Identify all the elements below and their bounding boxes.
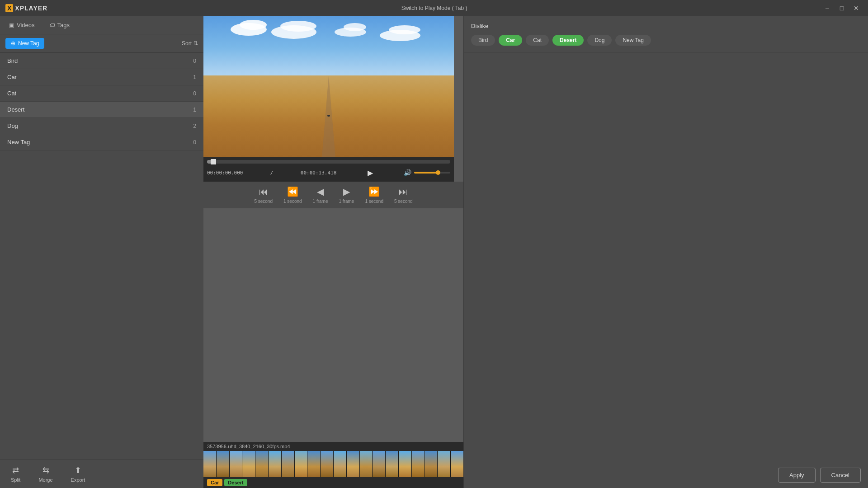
pill-dog[interactable]: Dog	[587, 35, 612, 46]
back-1f-button[interactable]: ◀ 1 frame	[313, 186, 328, 204]
tag-item-newtag[interactable]: New Tag 0	[0, 134, 203, 150]
seek-bar[interactable]	[207, 160, 450, 164]
tag-count-bird: 0	[193, 58, 196, 64]
app-logo: X XPLAYER	[5, 4, 47, 12]
thumb-17	[412, 451, 425, 477]
time-separator: /	[270, 170, 274, 176]
center-spacer	[203, 208, 463, 442]
back-5s-label: 5 second	[254, 199, 273, 204]
thumb-15	[386, 451, 399, 477]
thumb-11	[334, 451, 347, 477]
back-1s-label: 1 second	[283, 199, 302, 204]
new-tag-button[interactable]: ⊕ New Tag	[5, 38, 44, 49]
fwd-5s-button[interactable]: ⏭ 5 second	[394, 187, 413, 204]
video-section: 00:00:00.000 / 00:00:13.418 ▶ 🔊	[203, 16, 463, 208]
titlebar-mode-label[interactable]: Switch to Play Mode ( Tab )	[401, 5, 467, 11]
thumb-12	[347, 451, 360, 477]
tag-item-cat[interactable]: Cat 0	[0, 85, 203, 102]
sort-label: Sort	[182, 40, 192, 47]
timeline-thumbnails[interactable]	[203, 451, 463, 477]
action-buttons: Apply Cancel	[464, 462, 868, 488]
timeline-section: 3573956-uhd_3840_2160_30fps.mp4	[203, 442, 463, 488]
content-area: ▣ Videos 🏷 Tags ⊕ New Tag Sort ⇅	[0, 16, 868, 488]
tag-item-car[interactable]: Car 1	[0, 69, 203, 85]
logo-letter: X	[5, 4, 13, 12]
fwd-1f-button[interactable]: ▶ 1 frame	[339, 186, 354, 204]
video-vehicle	[327, 115, 330, 117]
tag-count-newtag: 0	[193, 139, 196, 145]
new-tag-label: New Tag	[18, 40, 39, 47]
play-button[interactable]: ▶	[364, 166, 377, 179]
volume-thumb	[436, 170, 440, 175]
pill-bird[interactable]: Bird	[471, 35, 495, 46]
tag-item-desert[interactable]: Desert 1	[0, 102, 203, 118]
right-spacer	[464, 52, 868, 462]
pill-cat[interactable]: Cat	[526, 35, 549, 46]
thumb-19	[438, 451, 451, 477]
tag-item-bird[interactable]: Bird 0	[0, 53, 203, 69]
fwd-1f-icon: ▶	[343, 186, 350, 197]
tag-name-desert: Desert	[7, 106, 24, 113]
thumb-4	[242, 451, 255, 477]
volume-icon[interactable]: 🔊	[404, 169, 411, 176]
timeline-filename: 3573956-uhd_3840_2160_30fps.mp4	[203, 442, 463, 451]
tab-tags[interactable]: 🏷 Tags	[46, 20, 73, 30]
app-window: X XPLAYER Switch to Play Mode ( Tab ) – …	[0, 0, 868, 488]
back-5s-button[interactable]: ⏮ 5 second	[254, 187, 273, 204]
thumb-1	[203, 451, 217, 477]
tag-item-dog[interactable]: Dog 2	[0, 118, 203, 134]
split-icon: ⇄	[12, 465, 19, 475]
close-button[interactable]: ✕	[850, 3, 863, 14]
thumb-10	[321, 451, 334, 477]
maximize-button[interactable]: □	[835, 3, 848, 14]
thumb-9	[307, 451, 321, 477]
thumb-13	[360, 451, 373, 477]
thumb-7	[282, 451, 295, 477]
thumb-20	[451, 451, 463, 477]
sort-icon: ⇅	[193, 40, 198, 47]
fwd-1f-label: 1 frame	[339, 199, 354, 204]
middle-panel: 00:00:00.000 / 00:00:13.418 ▶ 🔊	[203, 16, 463, 488]
export-button[interactable]: ⬆ Export	[67, 464, 89, 484]
sort-button[interactable]: Sort ⇅	[182, 40, 198, 47]
pill-desert[interactable]: Desert	[552, 35, 584, 46]
tag-count-cat: 0	[193, 90, 196, 97]
minimize-button[interactable]: –	[821, 3, 834, 14]
timeline-tag-desert: Desert	[224, 479, 247, 486]
back-5s-icon: ⏮	[259, 187, 268, 197]
titlebar: X XPLAYER Switch to Play Mode ( Tab ) – …	[0, 0, 868, 16]
time-total: 00:00:13.418	[301, 170, 336, 176]
tab-tags-label: Tags	[57, 22, 70, 28]
back-1f-label: 1 frame	[313, 199, 328, 204]
split-button[interactable]: ⇄ Split	[7, 464, 24, 484]
fwd-1s-button[interactable]: ⏩ 1 second	[365, 186, 383, 204]
apply-button[interactable]: Apply	[778, 468, 816, 483]
tag-count-car: 1	[193, 74, 196, 80]
thumb-14	[373, 451, 386, 477]
thumb-5	[255, 451, 269, 477]
pill-newtag[interactable]: New Tag	[615, 35, 651, 46]
merge-button[interactable]: ⇆ Merge	[35, 464, 56, 484]
dislike-label: Dislike	[471, 23, 861, 29]
tag-name-cat: Cat	[7, 90, 16, 97]
merge-label: Merge	[38, 477, 52, 483]
titlebar-right: – □ ✕	[821, 3, 863, 14]
timeline-tag-car: Car	[207, 479, 222, 486]
pill-car[interactable]: Car	[499, 35, 522, 46]
tag-count-desert: 1	[193, 107, 196, 113]
tag-name-car: Car	[7, 74, 17, 80]
back-1s-icon: ⏪	[287, 186, 298, 197]
fwd-1s-label: 1 second	[365, 199, 383, 204]
cancel-button[interactable]: Cancel	[820, 468, 861, 483]
transport-controls: ⏮ 5 second ⏪ 1 second ◀ 1 frame ▶ 1 fram…	[203, 182, 463, 208]
volume-bar[interactable]	[414, 172, 450, 174]
panel-right: Dislike Bird Car Cat Desert Dog New Tag …	[463, 16, 868, 488]
tab-videos-label: Videos	[17, 22, 35, 28]
back-1s-button[interactable]: ⏪ 1 second	[283, 186, 302, 204]
tag-icon: 🏷	[49, 22, 55, 28]
app-name: XPLAYER	[15, 5, 47, 12]
split-label: Split	[11, 477, 20, 483]
thumb-6	[269, 451, 282, 477]
tab-videos[interactable]: ▣ Videos	[5, 20, 38, 30]
sidebar-actions: ⊕ New Tag Sort ⇅	[0, 34, 203, 53]
